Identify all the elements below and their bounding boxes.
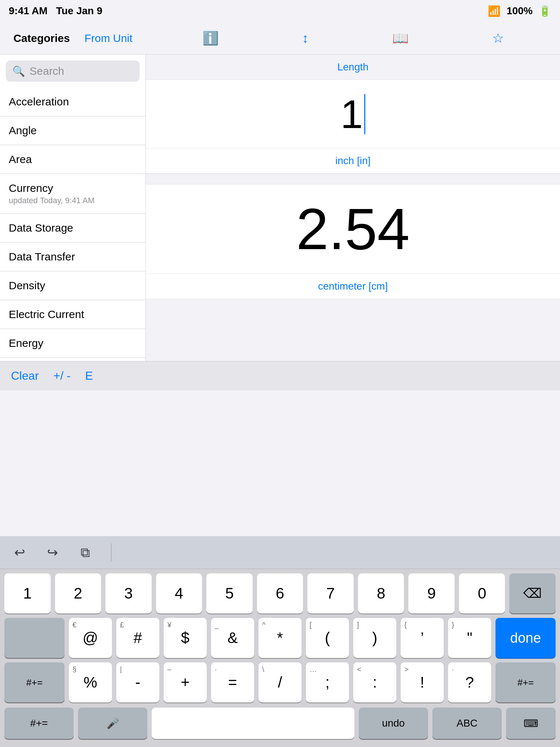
exp-button[interactable]: E [85,369,93,383]
key-4[interactable]: 4 [156,573,202,614]
sign-button[interactable]: +/ - [53,369,70,383]
from-unit-label[interactable]: inch [in] [146,148,560,174]
tab-categories[interactable]: Categories [6,29,77,47]
key-6[interactable]: 6 [257,573,303,614]
status-bar: 9:41 AM Tue Jan 9 📶 100% 🔋 [0,0,560,22]
status-time: 9:41 AM [9,5,47,16]
undo-button[interactable]: ↩ [9,542,31,564]
clear-button[interactable]: Clear [11,369,39,383]
delete-key[interactable]: ⌫ [509,573,556,614]
key-/[interactable]: \/ [258,662,302,703]
key-9[interactable]: 9 [408,573,455,614]
space-key[interactable] [152,708,354,739]
symbol-row-2: €@£#¥$_&^*[(]){’}"done [4,618,556,658]
key--[interactable]: |- [116,662,159,703]
battery-icon: 🔋 [538,5,551,17]
from-value: 1 [341,91,365,137]
symbol-row-3: #+=§%|-–+·=\/…;<:>!·?#+= [4,662,556,703]
right-panel: Length 1 inch [in] 2.54 centimeter [cm] [146,55,560,361]
key-%[interactable]: §% [69,662,112,703]
gray-left-2 [4,618,65,658]
status-time-date: 9:41 AM Tue Jan 9 [9,5,102,17]
nav-tabs: Categories From Unit [0,29,146,47]
hash-right-3[interactable]: #+= [495,662,556,703]
key-=[interactable]: ·= [211,662,254,703]
mic-key[interactable]: 🎤 [78,708,147,739]
section-spacer [146,174,560,185]
category-item[interactable]: Flow [0,358,145,361]
cursor [364,94,365,134]
keyboard-key[interactable]: ⌨ [506,708,556,739]
key-?[interactable]: ·? [448,662,491,703]
keyboard-rows: 1234567890⌫ €@£#¥$_&^*[(]){’}"done #+=§%… [0,569,560,703]
status-date: Tue Jan 9 [56,5,102,16]
key-0[interactable]: 0 [459,573,505,614]
book-icon[interactable]: 📖 [392,31,409,46]
key-"[interactable]: }" [448,618,491,658]
key-3[interactable]: 3 [105,573,152,614]
key-;[interactable]: …; [306,662,349,703]
hash-left-3[interactable]: #+= [4,662,65,703]
done-key[interactable]: done [495,618,556,658]
status-right: 📶 100% 🔋 [488,5,551,17]
category-item[interactable]: Angle [0,116,145,145]
search-bar[interactable]: 🔍 Search [6,61,140,82]
key-8[interactable]: 8 [358,573,404,614]
key-([interactable]: [( [306,618,349,658]
key-*[interactable]: ^* [258,618,302,658]
search-icon: 🔍 [12,65,25,77]
star-icon[interactable]: ☆ [492,31,504,46]
tab-from-unit[interactable]: From Unit [77,29,140,47]
category-item[interactable]: Density [0,271,145,300]
search-placeholder: Search [30,65,64,77]
key-5[interactable]: 5 [206,573,253,614]
sort-icon[interactable]: ↕ [302,31,309,46]
to-value: 2.54 [146,185,560,274]
category-label: Length [146,55,560,80]
category-item[interactable]: Acceleration [0,88,145,116]
nav-bar: Categories From Unit ℹ️ ↕ 📖 ☆ [0,22,560,55]
wifi-icon: 📶 [488,5,501,17]
category-item[interactable]: Data Storage [0,214,145,243]
bottom-bar: #+= 🎤 undo ABC ⌨ [0,707,560,747]
hash-key[interactable]: #+= [4,708,74,739]
key-#[interactable]: £# [116,618,159,658]
paste-button[interactable]: ⧉ [74,542,96,564]
keyboard-area: ↩ ↪ ⧉ 1234567890⌫ €@£#¥$_&^*[(]){’}"done… [0,536,560,747]
category-item[interactable]: Electric Current [0,300,145,329]
key-@[interactable]: €@ [69,618,112,658]
key-)[interactable]: ]) [353,618,396,658]
category-item[interactable]: Currencyupdated Today, 9:41 AM [0,174,145,214]
key-&[interactable]: _& [211,618,254,658]
category-item[interactable]: Data Transfer [0,243,145,271]
left-panel: 🔍 Search AccelerationAngleAreaCurrencyup… [0,55,146,361]
number-row: 1234567890⌫ [4,573,556,614]
key-![interactable]: >! [401,662,444,703]
key-2[interactable]: 2 [55,573,101,614]
to-unit-label[interactable]: centimeter [cm] [146,274,560,299]
category-item[interactable]: Energy [0,329,145,358]
battery-label: 100% [506,5,533,17]
abc-key[interactable]: ABC [432,708,502,739]
undo-separator [111,543,112,562]
from-value-container[interactable]: 1 [146,80,560,148]
key-+[interactable]: –+ [164,662,207,703]
undo-key[interactable]: undo [359,708,428,739]
undo-bar: ↩ ↪ ⧉ [0,536,560,569]
key-:[interactable]: <: [353,662,396,703]
key-’[interactable]: {’ [401,618,444,658]
key-$[interactable]: ¥$ [164,618,207,658]
key-1[interactable]: 1 [4,573,51,614]
key-7[interactable]: 7 [307,573,354,614]
keyboard-toolbar: Clear +/ - E [0,361,560,390]
redo-button[interactable]: ↪ [42,542,63,564]
main-content: 🔍 Search AccelerationAngleAreaCurrencyup… [0,55,560,361]
info-icon[interactable]: ℹ️ [202,31,219,46]
category-item[interactable]: Area [0,145,145,174]
nav-actions: ℹ️ ↕ 📖 ☆ [146,31,560,46]
category-list: AccelerationAngleAreaCurrencyupdated Tod… [0,88,145,361]
